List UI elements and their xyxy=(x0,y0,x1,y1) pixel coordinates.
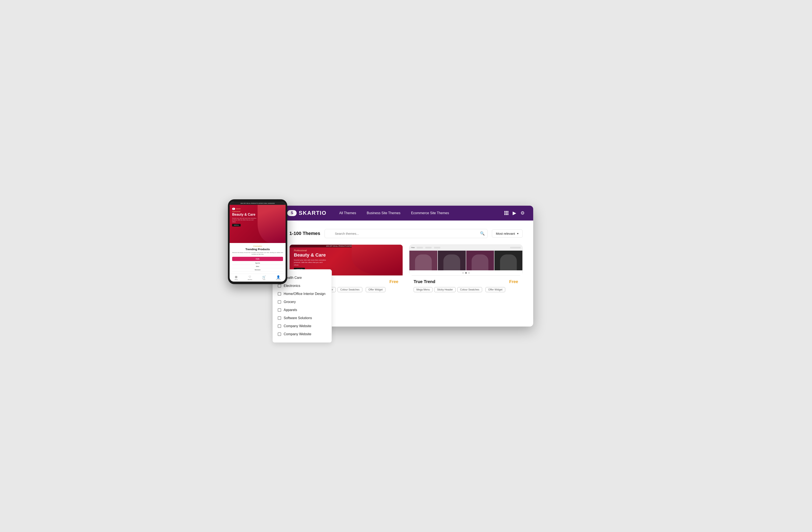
themes-count: 1-100 Themes xyxy=(289,231,320,236)
mobile-inner: 30% OFF ON ALL PRODUCTS ENTER CODE: HAVE… xyxy=(230,202,286,282)
trend-filter-label: Filter xyxy=(411,247,415,248)
mobile-model-img xyxy=(258,205,286,243)
haven-model-silhouette xyxy=(352,245,403,275)
tag-offer-widget-2[interactable]: Offer Widget xyxy=(485,287,505,292)
haven-hero-title: Beauty & Care xyxy=(294,253,328,258)
card-dots xyxy=(409,270,522,275)
sidebar-item-apparels[interactable]: Apparels xyxy=(278,306,327,314)
mobile-category-men[interactable]: Men xyxy=(232,265,283,268)
checkbox-home-office[interactable] xyxy=(278,292,281,296)
settings-icon[interactable]: ⚙ xyxy=(521,210,525,216)
sidebar-label-company-2: Company Website xyxy=(284,332,311,336)
sidebar-label-electronics: Electronics xyxy=(284,284,300,288)
mobile-products-section: Cosmetics Trending Products Discover the… xyxy=(230,243,286,274)
tag-colour-swatches-2[interactable]: Colour Swatches xyxy=(457,287,482,292)
sidebar-label-home-office: Home/Office Interior Design xyxy=(284,292,325,296)
sidebar-item-company-1[interactable]: Company Website xyxy=(278,322,327,330)
navbar-logo[interactable]: S SKARTIO xyxy=(287,210,327,216)
sidebar-label-apparels: Apparels xyxy=(284,308,297,312)
wishlist-icon: ♡ xyxy=(248,275,251,278)
nav-link-business-themes[interactable]: Business Site Themes xyxy=(367,211,401,215)
nav-link-all-themes[interactable]: All Themes xyxy=(339,211,356,215)
sidebar-label-company-1: Company Website xyxy=(284,324,311,328)
trend-price: Free xyxy=(509,279,518,284)
mobile-category-kids[interactable]: Kids xyxy=(232,257,283,261)
mobile-logo-icon: S xyxy=(232,208,235,210)
dot-1 xyxy=(462,272,464,274)
navbar: S SKARTIO All Themes Business Site Theme… xyxy=(279,206,533,220)
trend-sort-bar xyxy=(510,247,521,248)
haven-subtitle: Professional xyxy=(294,249,328,252)
haven-desc: Nourish your skin with toxin-free cosmet… xyxy=(294,259,328,266)
mobile-trending-desc: Discover the beauty of toxin-free cosmet… xyxy=(232,252,283,255)
tag-sticky-header-2[interactable]: Sticky Header xyxy=(434,287,455,292)
shop-label: Shop xyxy=(235,279,238,280)
trend-img-4 xyxy=(494,250,522,270)
haven-text-area: Professional Beauty & Care Nourish your … xyxy=(294,249,328,271)
account-label: Account xyxy=(276,279,280,280)
sidebar-item-home-office[interactable]: Home/Office Interior Design xyxy=(278,290,327,298)
trend-img-2 xyxy=(438,250,466,270)
search-row: 1-100 Themes 🔍 Most relevant ▾ xyxy=(289,229,523,238)
mobile-nav-cart[interactable]: 🛒 Cart xyxy=(262,275,266,280)
checkbox-electronics[interactable] xyxy=(278,284,281,288)
trend-title-row: True Trend Free xyxy=(414,279,518,284)
checkbox-grocery[interactable] xyxy=(278,300,281,304)
search-container: 🔍 xyxy=(324,229,488,238)
tag-mega-menu-2[interactable]: Mega Menu xyxy=(414,287,433,292)
wishlist-label: Wishlist xyxy=(248,279,252,280)
mobile-preview-card: 30% OFF ON ALL PRODUCTS ENTER CODE: HAVE… xyxy=(228,199,287,284)
trend-images-row xyxy=(409,250,522,270)
trend-filter-bar2 xyxy=(425,247,432,248)
trend-filter-bar xyxy=(417,247,423,248)
mobile-category-women[interactable]: Women xyxy=(232,268,283,272)
nav-link-ecommerce-themes[interactable]: Ecommerce Site Themes xyxy=(411,211,449,215)
sidebar-item-software[interactable]: Software Solutions xyxy=(278,314,327,322)
navbar-links: All Themes Business Site Themes Ecommerc… xyxy=(339,211,496,215)
chevron-down-icon: ▾ xyxy=(517,232,519,235)
dot-3 xyxy=(468,272,470,274)
mobile-bottom-nav: ⊞ Shop ♡ Wishlist 🛒 Cart 👤 Account xyxy=(230,274,286,282)
mobile-top-banner: 30% OFF ON ALL PRODUCTS ENTER CODE: HAVE… xyxy=(230,202,286,205)
sidebar-label-software: Software Solutions xyxy=(284,316,312,320)
checkbox-apparels[interactable] xyxy=(278,308,281,312)
theme-card-true-trend[interactable]: Filter xyxy=(409,244,523,276)
mobile-nav-shop[interactable]: ⊞ Shop xyxy=(235,275,238,280)
filter-dropdown[interactable]: Most relevant ▾ xyxy=(492,229,523,238)
sidebar-item-grocery[interactable]: Grocery xyxy=(278,298,327,306)
tag-colour-swatches[interactable]: Colour Swatches xyxy=(337,287,362,292)
dot-2 xyxy=(465,272,467,274)
filter-label: Most relevant xyxy=(496,232,515,235)
haven-model-area xyxy=(352,245,403,275)
mobile-hero-desc: Nourish your skin with toxin-free cosmet… xyxy=(232,217,258,222)
mobile-cosmetics-title: Cosmetics xyxy=(232,245,283,247)
trend-card-info: True Trend Free Mega Menu Sticky Header … xyxy=(409,275,522,295)
sidebar-item-electronics[interactable]: Electronics xyxy=(278,282,327,290)
cart-label: Cart xyxy=(263,279,265,280)
search-input[interactable] xyxy=(324,229,488,238)
sidebar-item-company-2[interactable]: Company Website xyxy=(278,330,327,338)
trend-tags: Mega Menu Sticky Header Colour Swatches … xyxy=(414,287,518,292)
grid-icon[interactable] xyxy=(504,211,508,215)
checkbox-software[interactable] xyxy=(278,316,281,320)
shop-icon: ⊞ xyxy=(235,275,237,278)
play-icon[interactable]: ▶ xyxy=(513,210,516,216)
mobile-hero: S haven Professional Beauty & Care Nouri… xyxy=(230,205,286,243)
mobile-category-sports[interactable]: Sports xyxy=(232,261,283,265)
navbar-icons: ▶ ⚙ xyxy=(504,210,525,216)
mobile-trending-title: Trending Products xyxy=(232,248,283,251)
mobile-nav-wishlist[interactable]: ♡ Wishlist xyxy=(248,275,252,280)
trend-img-3 xyxy=(466,250,494,270)
account-icon: 👤 xyxy=(276,275,280,278)
trend-filter-bar3 xyxy=(434,247,440,248)
checkbox-company-1[interactable] xyxy=(278,325,281,328)
tag-offer-widget[interactable]: Offer Widget xyxy=(366,287,386,292)
checkbox-company-2[interactable] xyxy=(278,332,281,336)
trend-preview: Filter xyxy=(409,245,522,275)
mobile-shop-btn[interactable]: SHOP ALL xyxy=(232,224,241,227)
mobile-logo-text: haven xyxy=(236,208,241,210)
browser-window: S SKARTIO All Themes Business Site Theme… xyxy=(279,206,533,327)
cart-icon: 🛒 xyxy=(262,275,266,278)
mobile-nav-account[interactable]: 👤 Account xyxy=(276,275,280,280)
haven-price: Free xyxy=(390,279,398,284)
